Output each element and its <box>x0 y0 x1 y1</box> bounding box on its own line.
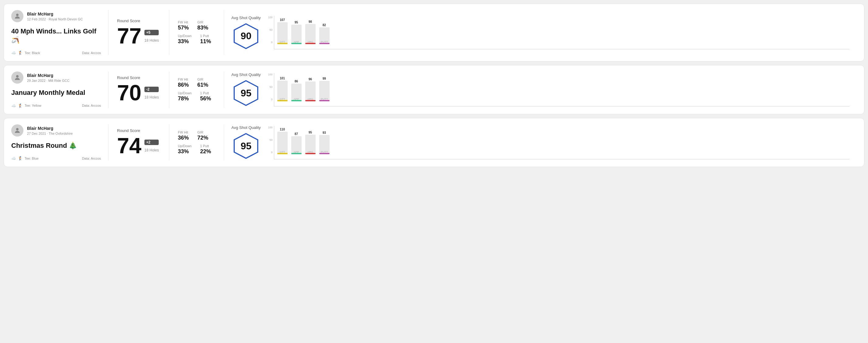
stat-gir-value: 61% <box>197 82 208 88</box>
stat-updown-label: Up/Down <box>178 144 191 148</box>
stats-row-2: Up/Down78%1 Putt56% <box>178 91 215 102</box>
weather-icon: ☁️ <box>11 156 16 161</box>
bar-wrapper: ARG <box>305 24 316 44</box>
user-name: Blair McHarg <box>27 73 69 78</box>
bar-top-value: 96 <box>309 77 312 81</box>
score-main: 70-218 Holes <box>117 82 160 104</box>
bar-top-value: 98 <box>309 20 312 23</box>
quality-label: Avg Shot Quality <box>231 15 261 20</box>
bar-group: 96ARG <box>305 73 316 106</box>
stat-oneputt: 1 Putt56% <box>200 91 211 102</box>
stat-gir-label: GIR <box>197 130 208 134</box>
score-holes: 18 Holes <box>145 95 159 99</box>
bar-group: 101OTT <box>277 73 288 106</box>
chart-area: 100500110OTT87APP95ARG93PUTT <box>268 126 849 159</box>
bars-wrapper: 110OTT87APP95ARG93PUTT <box>274 126 849 159</box>
bar-wrapper: OTT <box>277 81 288 101</box>
card-left-section: Blair McHarg29 Jan 2022 · Mill Ride GCCJ… <box>11 71 108 108</box>
bar-wrapper: OTT <box>277 132 288 154</box>
stat-gir-label: GIR <box>197 20 208 24</box>
y-axis-label: 0 <box>268 98 273 101</box>
stat-fw-hit-label: FW Hit <box>178 130 189 134</box>
stat-updown: Up/Down33% <box>178 34 191 45</box>
bar-top-value: 95 <box>309 131 312 134</box>
weather-icon: ☁️ <box>11 51 16 55</box>
score-badge-wrap: +518 Holes <box>145 30 159 47</box>
round-card-round1: Blair McHarg12 Feb 2022 · Royal North De… <box>4 4 864 61</box>
stat-updown-label: Up/Down <box>178 34 191 38</box>
bar-x-label: OTT <box>280 98 285 101</box>
bars-wrapper: 101OTT86APP96ARG99PUTT <box>274 73 849 106</box>
y-axis-label: 100 <box>268 126 273 129</box>
card-footer: ☁️🏌Tee: YellowData: Arccos <box>11 103 101 108</box>
chart-y-axis: 100500 <box>268 16 274 49</box>
chart-y-axis: 100500 <box>268 73 274 106</box>
score-badge-wrap: -218 Holes <box>145 87 159 104</box>
chart-y-axis: 100500 <box>268 126 274 159</box>
y-axis-label: 100 <box>268 16 273 19</box>
bar-top-value: 86 <box>294 80 298 83</box>
data-source: Data: Arccos <box>82 104 101 107</box>
bar-group: 99PUTT <box>319 73 330 106</box>
score-number: 70 <box>117 82 142 104</box>
bar-group: 95ARG <box>305 126 316 159</box>
stat-updown-value: 78% <box>178 95 191 102</box>
bar-x-label: APP <box>294 98 299 101</box>
hexagon-value: 95 <box>241 88 252 99</box>
bar-group: 82PUTT <box>319 16 330 49</box>
stats-row-1: FW Hit86%GIR61% <box>178 77 215 88</box>
avatar <box>11 10 23 22</box>
score-section: Round Score74+218 Holes <box>108 124 169 161</box>
user-info: Blair McHarg29 Jan 2022 · Mill Ride GCC <box>11 71 101 84</box>
score-label: Round Score <box>117 19 160 23</box>
bar-top-value: 99 <box>322 77 326 80</box>
bar-top-value: 101 <box>280 76 285 80</box>
user-text: Blair McHarg12 Feb 2022 · Royal North De… <box>27 11 83 21</box>
score-badge: +2 <box>145 139 159 145</box>
bar-wrapper: APP <box>291 136 302 154</box>
bar-group: 87APP <box>291 126 302 159</box>
hexagon-container: 95 <box>231 132 261 160</box>
card-left-section: Blair McHarg12 Feb 2022 · Royal North De… <box>11 10 108 55</box>
stat-oneputt: 1 Putt11% <box>200 34 211 45</box>
stat-gir-label: GIR <box>197 77 208 81</box>
chart-container: 100500101OTT86APP96ARG99PUTT <box>268 73 849 106</box>
bar-x-label: APP <box>294 40 299 43</box>
score-holes: 18 Holes <box>145 38 159 42</box>
y-axis-label: 0 <box>268 151 273 154</box>
score-label: Round Score <box>117 128 160 133</box>
bag-icon: 🏌 <box>18 156 23 161</box>
hexagon-value: 95 <box>241 141 252 152</box>
stats-row-2: Up/Down33%1 Putt11% <box>178 34 215 45</box>
round-title: 40 Mph Winds... Links Golf 🪃 <box>11 27 101 44</box>
score-label: Round Score <box>117 75 160 80</box>
bar-x-label: ARG <box>307 151 313 154</box>
user-date: 12 Feb 2022 · Royal North Devon GC <box>27 17 83 21</box>
bar-top-value: 107 <box>280 18 285 22</box>
bag-icon: 🏌 <box>18 51 23 55</box>
user-date: 27 Dec 2021 · The Oxfordshire <box>27 132 73 135</box>
score-holes: 18 Holes <box>145 148 159 152</box>
stat-fw-hit-value: 86% <box>178 82 189 88</box>
stat-fw-hit-value: 57% <box>178 25 189 31</box>
svg-point-2 <box>16 75 19 77</box>
stat-gir: GIR61% <box>197 77 208 88</box>
svg-point-4 <box>16 128 19 130</box>
bars-wrapper: 107OTT95APP98ARG82PUTT <box>274 16 849 49</box>
tee-info: ☁️🏌Tee: Black <box>11 51 40 55</box>
bar-top-value: 93 <box>322 131 326 134</box>
stats-row-1: FW Hit36%GIR72% <box>178 130 215 141</box>
bar-x-label: ARG <box>307 40 313 43</box>
bar-x-label: APP <box>294 151 299 154</box>
y-axis-label: 50 <box>268 138 273 142</box>
stat-updown-label: Up/Down <box>178 91 191 95</box>
quality-left: Avg Shot Quality 95 <box>231 125 261 160</box>
tee-info: ☁️🏌Tee: Yellow <box>11 103 41 108</box>
score-main: 74+218 Holes <box>117 135 160 157</box>
quality-section: Avg Shot Quality 95100500110OTT87APP95AR… <box>224 124 857 161</box>
user-info: Blair McHarg27 Dec 2021 · The Oxfordshir… <box>11 124 101 136</box>
bar-wrapper: PUTT <box>319 27 330 44</box>
user-info: Blair McHarg12 Feb 2022 · Royal North De… <box>11 10 101 22</box>
user-date: 29 Jan 2022 · Mill Ride GCC <box>27 79 69 83</box>
bar-x-label: PUTT <box>321 40 328 43</box>
